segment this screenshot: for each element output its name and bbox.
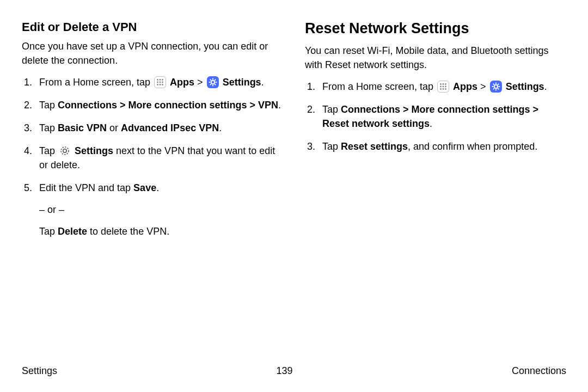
svg-point-9 [162, 84, 163, 85]
svg-point-7 [157, 84, 158, 85]
svg-point-23 [440, 83, 442, 85]
right-column: Reset Network Settings You can reset Wi-… [305, 20, 566, 247]
list-item: Tap Basic VPN or Advanced IPsec VPN. [22, 121, 283, 135]
text: Tap [39, 226, 58, 237]
text: . [219, 122, 222, 133]
svg-rect-37 [498, 86, 500, 87]
text: From a Home screen, tap [322, 81, 436, 92]
svg-point-4 [157, 82, 158, 83]
svg-point-6 [162, 82, 163, 83]
list-item: From a Home screen, tap Apps > Settings. [22, 75, 283, 89]
svg-point-20 [63, 149, 66, 152]
apps-icon [154, 76, 166, 88]
bold: Delete [58, 226, 87, 237]
svg-rect-15 [215, 82, 217, 83]
footer-right: Connections [512, 365, 566, 377]
settings-label: Settings [506, 81, 544, 92]
svg-rect-12 [212, 78, 213, 79]
list-item: From a Home screen, tap Apps > Settings. [305, 79, 566, 94]
text: . [261, 77, 264, 88]
svg-point-31 [445, 88, 446, 90]
text: Tap [39, 100, 58, 111]
steps-right: From a Home screen, tap Apps > Settings.… [305, 79, 566, 154]
svg-point-29 [440, 88, 442, 90]
svg-rect-35 [495, 89, 497, 91]
svg-point-28 [445, 86, 446, 88]
svg-point-1 [157, 79, 158, 81]
svg-rect-32 [490, 81, 502, 93]
list-item: Tap Reset settings, and confirm when pro… [305, 139, 566, 154]
svg-point-30 [443, 88, 444, 90]
apps-label: Apps [453, 81, 477, 92]
svg-point-21 [61, 147, 69, 155]
svg-point-8 [160, 84, 161, 85]
intro-right: You can reset Wi-Fi, Mobile data, and Bl… [305, 44, 566, 72]
bold: Save [133, 182, 156, 193]
text: . [430, 118, 432, 129]
text: . [278, 100, 281, 111]
svg-point-2 [160, 79, 161, 81]
list-item: Tap Settings next to the VPN that you wa… [22, 144, 283, 172]
bold: Advanced IPsec VPN [121, 122, 219, 133]
separator: > [194, 77, 206, 88]
text: . [544, 81, 547, 92]
bold: Basic VPN [58, 122, 107, 133]
svg-rect-34 [495, 83, 497, 84]
text: , and confirm when prompted. [408, 141, 537, 152]
alt-action: Tap Delete to delete the VPN. [39, 224, 283, 238]
bold: Settings [75, 145, 113, 156]
text: . [156, 182, 159, 193]
text: From a Home screen, tap [39, 77, 153, 88]
svg-point-3 [162, 79, 163, 81]
settings-gear-icon [490, 81, 502, 93]
or-separator: – or – [39, 203, 283, 217]
list-item: Edit the VPN and tap Save. – or – Tap De… [22, 181, 283, 238]
text: Tap [39, 145, 58, 156]
settings-label: Settings [223, 77, 261, 88]
separator: > [477, 81, 489, 92]
text: Edit the VPN and tap [39, 182, 133, 193]
svg-point-25 [445, 83, 446, 85]
footer-left: Settings [22, 365, 57, 377]
svg-point-5 [160, 82, 161, 83]
page-number: 139 [276, 365, 292, 377]
svg-rect-13 [212, 84, 213, 86]
svg-rect-10 [207, 76, 219, 88]
text: Tap [39, 122, 58, 133]
gear-outline-icon [59, 145, 71, 157]
heading-edit-delete-vpn: Edit or Delete a VPN [22, 20, 283, 35]
text: to delete the VPN. [87, 226, 169, 237]
bold-path: Connections > More connection settings >… [58, 100, 278, 111]
svg-rect-36 [492, 86, 493, 87]
text: Tap [322, 141, 341, 152]
list-item: Tap Connections > More connection settin… [22, 98, 283, 112]
intro-left: Once you have set up a VPN connection, y… [22, 39, 283, 68]
svg-point-27 [443, 86, 444, 88]
svg-point-26 [440, 86, 442, 88]
apps-label: Apps [170, 77, 194, 88]
page-footer: Settings 139 Connections [22, 365, 566, 377]
steps-left: From a Home screen, tap Apps > Settings.… [22, 75, 283, 239]
list-item: Tap Connections > More connection settin… [305, 102, 566, 131]
heading-reset-network: Reset Network Settings [305, 20, 566, 38]
left-column: Edit or Delete a VPN Once you have set u… [22, 20, 283, 247]
apps-icon [437, 81, 449, 93]
text: or [107, 122, 121, 133]
text: Tap [322, 104, 341, 115]
svg-point-24 [443, 83, 444, 85]
svg-rect-14 [209, 82, 210, 83]
settings-gear-icon [207, 76, 219, 88]
bold: Reset settings [341, 141, 408, 152]
